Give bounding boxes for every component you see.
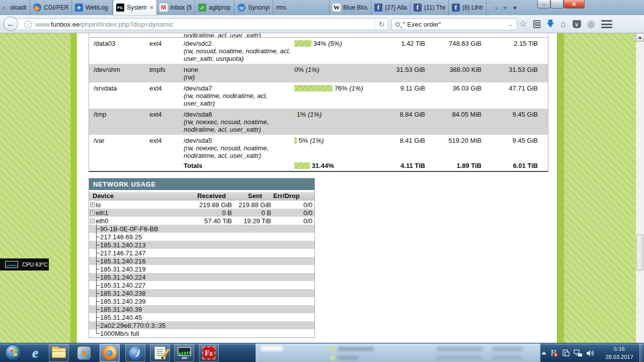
network-address-row: 2a02:29e8:770:0:3::35: [89, 321, 314, 329]
psi-favicon-icon: PSI: [116, 4, 124, 12]
tray-expand-icon[interactable]: [541, 351, 546, 354]
taskbar-app-internet-explorer[interactable]: e: [25, 344, 45, 362]
taskbar-app-windows-explorer[interactable]: [49, 344, 69, 362]
usage-cell: 5% (1%): [294, 135, 372, 161]
page-scrollbar[interactable]: [636, 33, 644, 343]
tab-scroll-right-icon[interactable]: ›: [495, 4, 497, 12]
fb-favicon-icon: f: [414, 4, 422, 12]
taskbar-app-text-editor[interactable]: [150, 344, 170, 362]
cpu-temperature-gadget[interactable]: CPU 63°C: [0, 258, 49, 270]
taskbar-clock[interactable]: 5:16 28.03.2017: [603, 345, 636, 361]
search-box[interactable]: →: [391, 18, 517, 30]
browser-tab[interactable]: rms: [273, 0, 330, 15]
browser-tab[interactable]: PSISystem i×: [113, 0, 156, 15]
show-desktop-button[interactable]: [639, 343, 644, 362]
new-tab-button[interactable]: +: [503, 4, 507, 12]
back-button[interactable]: ←: [4, 17, 18, 31]
taskbar-app-media-player[interactable]: [74, 344, 94, 362]
firefox-icon: [103, 346, 117, 360]
errdrop-value: 0/0: [273, 201, 314, 209]
browser-tab[interactable]: f(27) Allan B: [371, 0, 411, 15]
network-address-row: 185.31.240.239: [89, 297, 314, 305]
action-center-flag-icon[interactable]: [550, 349, 558, 357]
maximize-button[interactable]: [550, 0, 564, 9]
tab-scroll-left-icon[interactable]: ‹: [0, 0, 7, 15]
browser-tab[interactable]: f(8) Lihtsad: [449, 0, 487, 15]
taskbar-app-firefox[interactable]: [100, 344, 120, 362]
menu-button[interactable]: [601, 20, 612, 28]
usage-bar: [294, 137, 297, 144]
partition: /dev/sda5: [184, 137, 294, 144]
table-row-clipped: nodiratime, acl, user_xattr): [89, 33, 548, 38]
tree-toggle-icon[interactable]: −: [90, 219, 95, 223]
taskbar-app-seamonkey[interactable]: [125, 344, 145, 362]
browser-tab[interactable]: oloadm: [7, 0, 30, 15]
usage-percent: 76%: [335, 84, 350, 92]
gmail-favicon-icon: M: [159, 4, 168, 12]
home-icon[interactable]: ⌂: [560, 18, 566, 30]
usage-percent-secondary: (1%): [305, 66, 319, 73]
taskbar-app-system-monitor[interactable]: [174, 344, 194, 362]
browser-tab[interactable]: f(11) The Sw: [411, 0, 449, 15]
extension-icon[interactable]: ◎: [588, 18, 595, 30]
total-size: 2.15 TiB: [484, 38, 548, 64]
pocket-icon[interactable]: ∨: [573, 20, 581, 28]
reload-icon[interactable]: ↻: [375, 19, 388, 30]
totals-percent: 31.44%: [312, 162, 334, 169]
filesystem-usage-table: nodiratime, acl, user_xattr) /data03 ext…: [89, 33, 548, 172]
tree-toggle-icon[interactable]: +: [90, 203, 95, 207]
clock-time: 5:16: [603, 345, 636, 353]
scrollbar-up-icon[interactable]: [636, 33, 644, 42]
tab-list-dropdown-icon[interactable]: ▾: [513, 4, 517, 12]
tab-label: oloadm: [10, 4, 27, 11]
browser-tab[interactable]: MInbox (54,5: [156, 0, 195, 15]
browser-tab[interactable]: ✈WebLog » A: [72, 0, 113, 15]
taskbar-app-filezilla[interactable]: Fz: [199, 344, 219, 362]
bookmarks-menu-icon[interactable]: [533, 20, 540, 28]
device-name: eth1: [96, 209, 108, 217]
device-name: lo: [96, 201, 101, 209]
page-viewport: nodiratime, acl, user_xattr) /data03 ext…: [0, 33, 644, 343]
usage-cell: 1% (1%): [294, 109, 372, 135]
search-input[interactable]: [402, 20, 503, 29]
window-controls: – ✕: [537, 0, 585, 9]
address-label: 185.31.240.219: [100, 265, 145, 273]
bookmark-star-icon[interactable]: ☆: [519, 18, 527, 30]
page-accent-left: [70, 33, 77, 343]
tab-close-icon[interactable]: ×: [150, 4, 153, 11]
text-editor-icon: [154, 346, 166, 359]
filesystem-row: /data03 ext4 /dev/sdc2 (rw, nosuid, noat…: [89, 38, 548, 64]
plane-favicon-icon: ✈: [75, 4, 83, 12]
mount-options: (rw, nosuid, noatime, nodiratime, acl, u…: [184, 47, 294, 62]
tree-branch-line: [90, 265, 100, 273]
mount-options: (rw, noexec, nosuid, noatime, nodiratime…: [184, 118, 294, 133]
tree-toggle-icon[interactable]: +: [90, 211, 95, 215]
minimize-button[interactable]: –: [537, 0, 550, 9]
network-address-row: 185.31.240.227: [89, 281, 314, 289]
errdrop-value: 0/0: [273, 217, 314, 225]
url-bar[interactable]: i www.funbox.ee/phpinf/index.php?disp=dy…: [11, 18, 388, 30]
site-info-icon[interactable]: i: [25, 21, 32, 28]
network-address-row: 185.31.240.216: [89, 257, 314, 265]
network-icon[interactable]: [574, 349, 583, 357]
tree-branch-line: [90, 249, 100, 257]
browser-tab[interactable]: ✓agitprop - [: [195, 0, 234, 15]
tab-label: WebLog » A: [86, 4, 110, 11]
remote-clipboard-icon[interactable]: [562, 349, 570, 357]
browser-tab[interactable]: sySynonyms: [234, 0, 273, 15]
volume-icon[interactable]: [586, 349, 595, 357]
search-go-icon[interactable]: →: [503, 20, 517, 28]
filesystem-row: /srvdata ext4 /dev/sda7 (rw, noatime, no…: [89, 82, 548, 109]
tree-branch-line: [90, 329, 100, 337]
downloads-icon[interactable]: [547, 23, 554, 28]
scrollbar-thumb[interactable]: [636, 234, 643, 270]
address-label: 185.31.240.216: [100, 257, 145, 265]
address-label: 90-1B-0E-0F-F6-BB: [100, 225, 158, 233]
tab-label: Synonyms: [248, 4, 270, 11]
taskbar-glass-window: [256, 343, 540, 362]
start-button[interactable]: [5, 344, 22, 361]
browser-tab[interactable]: WBlue Blouse: [330, 0, 371, 15]
close-button[interactable]: ✕: [564, 0, 585, 9]
usage-percent: 34%: [313, 40, 329, 47]
browser-tab[interactable]: CGI/PERL -: [30, 0, 72, 15]
